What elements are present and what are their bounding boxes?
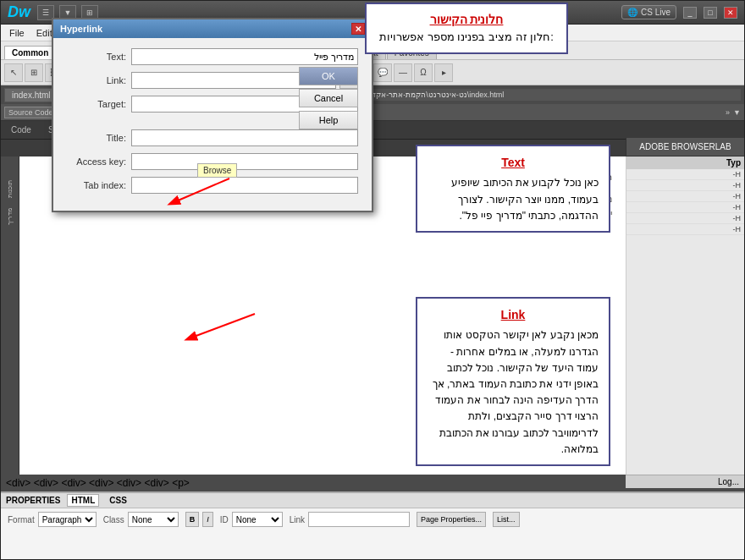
properties-header: PROPERTIES HTML CSS [1, 493, 744, 508]
dialog-title: Hyperlink [60, 24, 102, 34]
id-select[interactable]: None [232, 512, 283, 527]
icon-char[interactable]: Ω [414, 63, 433, 82]
callout-link-title: Link [428, 305, 599, 324]
dialog-titlebar: Hyperlink ✕ [53, 19, 372, 38]
target-label: Target: [67, 99, 126, 109]
filter-icon[interactable]: ▼ [733, 108, 741, 117]
dialog-text-row: Text: [67, 48, 358, 65]
id-label: ID [220, 515, 229, 524]
icon-comment[interactable]: 💬 [373, 63, 392, 82]
source-code-tab[interactable]: Source Code [4, 107, 58, 118]
cs-live-button[interactable]: 🌐 CS Live [621, 5, 676, 19]
props-tab-html[interactable]: HTML [67, 494, 99, 507]
left-sidebar: תוכנות מדריך [1, 156, 19, 475]
title-input[interactable] [131, 129, 358, 146]
app-logo: Dw [8, 3, 30, 21]
list-button[interactable]: List... [493, 512, 520, 527]
dw-window: Dw ☰ ▼ ⊞ 🌐 CS Live _ □ ✕ File Edit View … [0, 0, 745, 560]
format-label: Format [8, 515, 35, 524]
tab-index-label: Tab index: [67, 180, 126, 190]
callout-link: Link מכאן נקבע לאן יקושר הטקסט אותו הגדר… [416, 297, 610, 466]
icon-pointer[interactable]: ↖ [4, 63, 23, 82]
type-item-5: -H [626, 224, 744, 235]
browse-tooltip: Browse [197, 163, 237, 178]
type-item-3: -H [626, 202, 744, 213]
toc-label2: מדריך [6, 208, 14, 225]
link-dialog-label: Link: [67, 75, 126, 85]
format-select[interactable]: Paragraph [38, 512, 97, 527]
title-label: Title: [67, 133, 126, 143]
hyperlink-dialog: Hyperlink ✕ Text: Link: 📁 [52, 18, 373, 212]
props-tab-css[interactable]: CSS [106, 495, 130, 506]
link-label: Link [290, 515, 305, 524]
link-input[interactable] [308, 512, 410, 527]
access-key-input[interactable] [131, 153, 358, 170]
callout-link-body: מכאן נקבע לאן יקושר הטקסט אותו הגדרנו למ… [433, 329, 599, 454]
properties-panel: PROPERTIES HTML CSS Format Paragraph Cla… [1, 491, 744, 559]
dialog-buttons: OK Cancel Help [299, 67, 358, 129]
callout-text: Text כאן נוכל לקבוע את הכיתוב שיופיע בעמ… [416, 145, 610, 233]
dialog-title-row: Title: [67, 129, 358, 146]
callout-text-title: Text [428, 153, 599, 172]
callout-top-body: חלון זה מציב בפנינו מספר אפשרויות: [377, 29, 556, 46]
properties-body: Format Paragraph Class None B I ID None [1, 508, 744, 530]
status-breadcrumb: <div> <div> <div> <div> <div> <div> <p> [6, 477, 190, 489]
class-select[interactable]: None [128, 512, 179, 527]
properties-title: PROPERTIES [6, 496, 60, 505]
tab-code[interactable]: Code [4, 124, 38, 136]
tab-index-input[interactable] [131, 177, 358, 194]
page-properties-button[interactable]: Page Properties... [417, 512, 486, 527]
cs-live-icon: 🌐 [627, 8, 637, 17]
access-key-label: Access key: [67, 156, 126, 167]
id-field: ID None [220, 512, 283, 527]
type-item-0: -H [626, 169, 744, 180]
link-field: Link [290, 512, 410, 527]
cancel-button[interactable]: Cancel [299, 89, 358, 107]
help-button[interactable]: Help [299, 111, 358, 129]
ok-button[interactable]: OK [299, 67, 358, 85]
dialog-tab-index-row: Tab index: [67, 177, 358, 194]
italic-button[interactable]: I [202, 512, 213, 527]
cs-live-label: CS Live [641, 8, 670, 17]
adobe-browserlab-label: ADOBE BROWSERLAB [639, 142, 731, 151]
type-item-1: -H [626, 180, 744, 191]
toc-label: תוכנות [6, 180, 14, 198]
more-stylesheets[interactable]: » [726, 108, 730, 117]
text-label: Text: [67, 52, 126, 62]
type-item-2: -H [626, 191, 744, 202]
class-field: Class None [103, 512, 179, 527]
class-label: Class [103, 515, 124, 524]
adobe-browserlab-panel: ADOBE BROWSERLAB [626, 138, 744, 156]
icon-table[interactable]: ⊞ [25, 63, 43, 82]
tab-common[interactable]: Common [4, 46, 56, 59]
maximize-button[interactable]: □ [704, 7, 717, 19]
type-item-4: -H [626, 213, 744, 224]
type-column: Typ -H -H -H -H -H -H [626, 156, 744, 475]
callout-top: חלונית הקישור חלון זה מציב בפנינו מספר א… [365, 3, 568, 54]
minimize-button[interactable]: _ [683, 7, 697, 19]
type-col-header: Typ [626, 156, 744, 169]
dialog-content: Text: Link: 📁 Target: Browse [53, 38, 372, 211]
icon-more[interactable]: ▸ [434, 63, 453, 82]
dialog-close-button[interactable]: ✕ [351, 23, 365, 35]
icon-rule[interactable]: — [394, 63, 412, 82]
close-button[interactable]: ✕ [724, 7, 737, 19]
file-tab-0-label: index.html [12, 91, 51, 100]
text-input[interactable] [131, 48, 358, 65]
bold-button[interactable]: B [185, 512, 200, 527]
menu-file[interactable]: File [4, 26, 30, 40]
callout-text-body: כאן נוכל לקבוע את הכיתוב שיופיע בעמוד, מ… [451, 177, 599, 221]
callout-top-title: חלונית הקישור [377, 11, 556, 29]
log-button[interactable]: Log... [626, 475, 744, 488]
format-field: Format Paragraph [8, 512, 97, 527]
bold-italic-buttons: B I [185, 512, 213, 527]
